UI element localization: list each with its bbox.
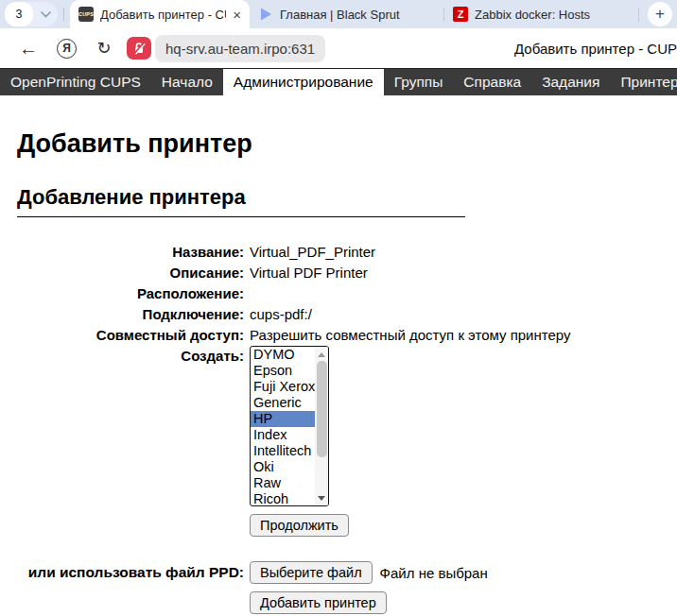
insecure-lock-icon[interactable] bbox=[127, 37, 151, 60]
field-description: Описание: Virtual PDF Printer bbox=[17, 263, 677, 283]
url-field[interactable]: hq-srv.au-team.irpo:631 bbox=[155, 35, 325, 62]
page-content: Добавить принтер Добавление принтера Наз… bbox=[0, 129, 677, 614]
new-tab-button[interactable]: + bbox=[648, 2, 672, 26]
option-index[interactable]: Index bbox=[251, 427, 315, 443]
option-intellitech[interactable]: Intellitech bbox=[251, 443, 315, 459]
field-label: Описание: bbox=[17, 263, 244, 283]
choose-file-button[interactable]: Выберите файл bbox=[250, 561, 373, 584]
field-label: Подключение: bbox=[17, 304, 244, 325]
listbox-scrollbar[interactable] bbox=[315, 347, 328, 505]
scroll-up-icon[interactable] bbox=[315, 348, 328, 361]
field-make: Создать: DYMO Epson Fuji Xerox Generic H… bbox=[17, 346, 677, 506]
field-location: Расположение: bbox=[17, 283, 677, 304]
option-hp-selected[interactable]: HP bbox=[251, 411, 315, 427]
field-value: cups-pdf:/ bbox=[250, 304, 312, 325]
continue-button[interactable]: Продолжить bbox=[250, 514, 349, 537]
field-name: Название: Virtual_PDF_Printer bbox=[17, 242, 677, 263]
printer-make-listbox[interactable]: DYMO Epson Fuji Xerox Generic HP Index I… bbox=[250, 346, 329, 506]
scroll-down-icon[interactable] bbox=[315, 491, 328, 505]
add-printer-row: Добавить принтер bbox=[250, 591, 677, 614]
option-epson[interactable]: Epson bbox=[251, 363, 315, 379]
option-oki[interactable]: Oki bbox=[251, 459, 315, 475]
reload-icon[interactable]: ↻ bbox=[93, 38, 115, 59]
field-value: Virtual PDF Printer bbox=[250, 263, 368, 283]
listbox-options: DYMO Epson Fuji Xerox Generic HP Index I… bbox=[251, 347, 315, 505]
tab-cups-add-printer[interactable]: CUPS Добавить принтер - CU × bbox=[70, 0, 250, 28]
zabbix-icon: Z bbox=[453, 7, 468, 22]
field-connection: Подключение: cups-pdf:/ bbox=[17, 304, 677, 325]
divider bbox=[63, 8, 64, 21]
file-status: Файл не выбран bbox=[380, 565, 488, 581]
browser-tab-strip: 3 CUPS Добавить принтер - CU × Главная |… bbox=[0, 0, 677, 28]
close-icon[interactable]: × bbox=[233, 8, 241, 22]
back-icon[interactable]: ← bbox=[15, 38, 42, 60]
tab-black-sprut[interactable]: Главная | Black Sprut bbox=[250, 0, 443, 28]
tab-title: Zabbix docker: Hosts bbox=[475, 8, 623, 22]
continue-row: Продолжить bbox=[250, 514, 677, 537]
option-raw[interactable]: Raw bbox=[251, 475, 315, 491]
tab-counter[interactable]: 3 bbox=[5, 2, 58, 26]
nav-printers[interactable]: Принтеры bbox=[610, 69, 677, 95]
cups-navbar: OpenPrinting CUPS Начало Администрирован… bbox=[0, 68, 677, 95]
nav-classes[interactable]: Группы bbox=[384, 69, 454, 95]
field-label: Расположение: bbox=[17, 283, 244, 304]
play-icon bbox=[258, 7, 273, 22]
address-bar: ← Я ↻ hq-srv.au-team.irpo:631 Добавить п… bbox=[0, 28, 677, 68]
add-printer-button[interactable]: Добавить принтер bbox=[250, 591, 387, 614]
field-label: Создать: bbox=[17, 346, 244, 367]
nav-administration[interactable]: Администрирование bbox=[223, 69, 384, 95]
page-title: Добавить принтер bbox=[17, 129, 677, 159]
option-ricoh[interactable]: Ricoh bbox=[251, 491, 315, 506]
scrollbar-thumb[interactable] bbox=[317, 361, 327, 457]
option-generic[interactable]: Generic bbox=[251, 395, 315, 411]
nav-home[interactable]: Начало bbox=[151, 69, 223, 95]
nav-openprinting-cups[interactable]: OpenPrinting CUPS bbox=[0, 69, 151, 95]
option-dymo[interactable]: DYMO bbox=[251, 347, 315, 363]
omnibox-page-title: Добавить принтер - CUP bbox=[514, 41, 677, 57]
field-sharing: Совместный доступ: Разрешить совместный … bbox=[17, 325, 677, 346]
divider bbox=[638, 8, 639, 22]
field-label: Название: bbox=[17, 242, 244, 263]
field-label: Совместный доступ: bbox=[17, 325, 244, 346]
field-value: Virtual_PDF_Printer bbox=[250, 242, 375, 263]
tab-title: Добавить принтер - CU bbox=[100, 8, 226, 22]
tab-count-label: 3 bbox=[5, 2, 33, 26]
field-value: Разрешить совместный доступ к этому прин… bbox=[250, 325, 570, 346]
section-title: Добавление принтера bbox=[17, 185, 465, 217]
yandex-icon[interactable]: Я bbox=[57, 39, 77, 59]
ppd-row: или использовать файл PPD: Выберите файл… bbox=[17, 561, 677, 584]
nav-help[interactable]: Справка bbox=[453, 69, 531, 95]
cups-favicon-icon: CUPS bbox=[78, 7, 94, 22]
tab-zabbix[interactable]: Z Zabbix docker: Hosts bbox=[444, 0, 638, 28]
option-fuji-xerox[interactable]: Fuji Xerox bbox=[251, 379, 315, 395]
add-printer-form: Название: Virtual_PDF_Printer Описание: … bbox=[17, 242, 677, 614]
ppd-label: или использовать файл PPD: bbox=[17, 564, 244, 581]
nav-jobs[interactable]: Задания bbox=[531, 69, 610, 95]
chevron-down-icon[interactable] bbox=[33, 11, 58, 18]
tab-title: Главная | Black Sprut bbox=[280, 8, 428, 22]
